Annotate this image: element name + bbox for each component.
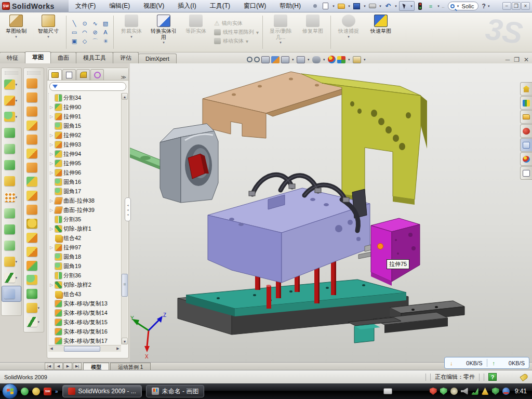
vcr-button[interactable]: ▶| (73, 363, 82, 370)
arc-icon[interactable]: ◠ (79, 28, 90, 37)
quick-launch-icon[interactable] (32, 388, 40, 395)
quick-snap-button[interactable]: 快速捕捉 ▾ (332, 12, 365, 52)
swept-boss[interactable] (2, 125, 21, 141)
vcr-button[interactable]: ◀ (54, 363, 63, 370)
tree-item[interactable]: 分割35 (49, 215, 121, 224)
zoom-area-icon[interactable] (254, 57, 260, 62)
section-view-icon[interactable] (271, 56, 280, 63)
expand-arrow-icon[interactable]: ▷ (49, 161, 54, 166)
window-restore-button[interactable]: ❐ (512, 2, 521, 10)
expand-arrow-icon[interactable]: ▷ (49, 198, 54, 203)
print-dropdown-icon[interactable]: ▾ (378, 4, 382, 8)
ribbon-tab[interactable]: 特征 (0, 52, 25, 63)
expand-arrow-icon[interactable]: ▷ (49, 152, 54, 156)
motion-study-tab[interactable]: 运动算例 1 (110, 363, 151, 370)
measure[interactable] (2, 286, 21, 302)
certificate-badge-icon[interactable] (450, 388, 458, 395)
expand-arrow-icon[interactable]: ▷ (49, 170, 54, 175)
split-body[interactable] (24, 273, 44, 287)
text-icon[interactable]: A (100, 28, 111, 37)
select-cursor-icon[interactable] (400, 2, 409, 10)
extruded-boss[interactable]: ▾ (2, 76, 21, 92)
dimxpert-manager-tab[interactable] (90, 69, 104, 80)
undo-icon[interactable]: ↶ (383, 2, 393, 10)
doc-close-button[interactable]: ✕ (524, 56, 529, 63)
save-icon[interactable] (352, 2, 362, 10)
ribbon-tab[interactable]: 曲面 (50, 52, 76, 63)
menu-item[interactable]: 视图(V) (137, 0, 171, 12)
more-tabs-chevron[interactable]: ≫ (121, 74, 126, 80)
window-close-button[interactable]: × (521, 2, 530, 10)
sketch-button[interactable]: 草图绘制 ▾ (0, 12, 32, 52)
warning-icon[interactable] (482, 388, 489, 395)
solidworks-resources-tab[interactable] (520, 124, 532, 138)
sync-blocked-icon[interactable] (502, 388, 510, 395)
move-entities-button[interactable]: 移动实体▾ (214, 37, 259, 45)
tree-item[interactable]: 实体-移动/复制15 (49, 317, 121, 327)
expand-arrow-icon[interactable]: ▷ (49, 283, 54, 287)
panel-splitter-handle[interactable]: ◂◂◂ (125, 197, 131, 221)
graphics-viewport[interactable]: Y Z X 拉伸75 (130, 63, 532, 362)
menu-item[interactable]: 工具(T) (203, 0, 237, 12)
tree-item[interactable]: ▷ 切除-放样2 (49, 280, 121, 289)
doc-restore-button[interactable]: ❐ (514, 56, 520, 63)
open-dropdown-icon[interactable]: ▾ (347, 4, 351, 8)
appearances-tab[interactable] (520, 152, 532, 166)
rebuild-traffic-light-icon[interactable] (416, 2, 425, 10)
apply-scene-icon[interactable] (337, 56, 345, 63)
new-dropdown-icon[interactable]: ▾ (331, 4, 336, 8)
tree-item[interactable]: 实体-移动/复制13 (49, 299, 121, 308)
tree-item[interactable]: 实体-移动/复制16 (49, 327, 121, 336)
core-block[interactable] (208, 188, 384, 283)
search-box[interactable]: ▾ Solic (448, 2, 479, 10)
messenger-icon[interactable] (21, 388, 29, 395)
tree-item[interactable]: 圆角18 (49, 252, 121, 261)
tree-item[interactable]: ▷ 曲面-拉伸39 (49, 205, 121, 215)
task-button[interactable]: 未命名 - 画图 (146, 385, 205, 397)
mirror-entities-button[interactable]: ⚠镜向实体 (214, 20, 259, 27)
spline[interactable]: ▾ (2, 270, 21, 286)
revolve-surface[interactable] (24, 90, 44, 104)
open-icon[interactable] (337, 2, 346, 10)
freeform[interactable] (24, 175, 44, 189)
expand-arrow-icon[interactable]: ▷ (49, 114, 54, 119)
scroll-right-icon[interactable]: ▶ (115, 347, 121, 351)
circle-icon[interactable]: ⊙ (79, 19, 90, 28)
tree-item[interactable]: 实体-移动/复制14 (49, 308, 121, 317)
design-library-tab[interactable] (520, 96, 532, 110)
expand-arrow-icon[interactable]: ▷ (49, 208, 54, 212)
offset-entities-button[interactable]: 等距实体 (180, 12, 212, 52)
tree-item[interactable]: 实体-移动/复制17 (49, 336, 121, 344)
tree-item[interactable]: ▷ 曲面-拉伸38 (49, 196, 121, 205)
selection-box-icon[interactable]: ▧ (100, 19, 111, 28)
slider-block[interactable] (160, 124, 218, 203)
wrap[interactable] (24, 245, 44, 259)
select-dropdown-icon[interactable]: ▾ (409, 4, 414, 8)
security-shield-icon[interactable] (440, 388, 447, 395)
tag-icon[interactable] (520, 373, 528, 381)
extruded-cut[interactable]: ▾ (2, 92, 21, 109)
move-face[interactable] (24, 76, 44, 90)
ribbon-tab[interactable]: 评估 (113, 52, 139, 63)
menu-item[interactable]: 文件(F) (69, 0, 102, 12)
ribbon-tab[interactable]: 草图 (25, 51, 51, 63)
menu-item[interactable]: 编辑(E) (102, 0, 137, 12)
help-dropdown-icon[interactable]: ▾ (487, 4, 491, 8)
expand-arrow-icon[interactable]: ▷ (49, 105, 54, 110)
boundary-boss[interactable] (2, 157, 21, 173)
search-input[interactable]: Solic (462, 3, 474, 9)
scroll-down-icon[interactable]: ▼ (122, 338, 128, 344)
flex[interactable] (24, 132, 44, 147)
point-icon[interactable]: ✳ (100, 37, 111, 46)
linear-pattern[interactable]: ▾ (2, 189, 21, 205)
line-icon[interactable]: ╲ (69, 19, 79, 28)
rapid-sketch-button[interactable]: 快速草图 (365, 12, 397, 52)
tree-filter-input[interactable] (49, 82, 126, 91)
save-dropdown-icon[interactable]: ▾ (363, 4, 367, 8)
tree-item[interactable]: ▷ 拉伸91 (49, 112, 121, 121)
spline-icon[interactable]: ∿ (90, 19, 100, 28)
move-copy-body[interactable] (24, 259, 44, 273)
linear-sketch-pattern-button[interactable]: 线性草图阵列▾ (214, 29, 259, 36)
zoom-fit-icon[interactable] (247, 57, 252, 62)
search-dropdown-icon[interactable]: ▾ (456, 4, 460, 8)
